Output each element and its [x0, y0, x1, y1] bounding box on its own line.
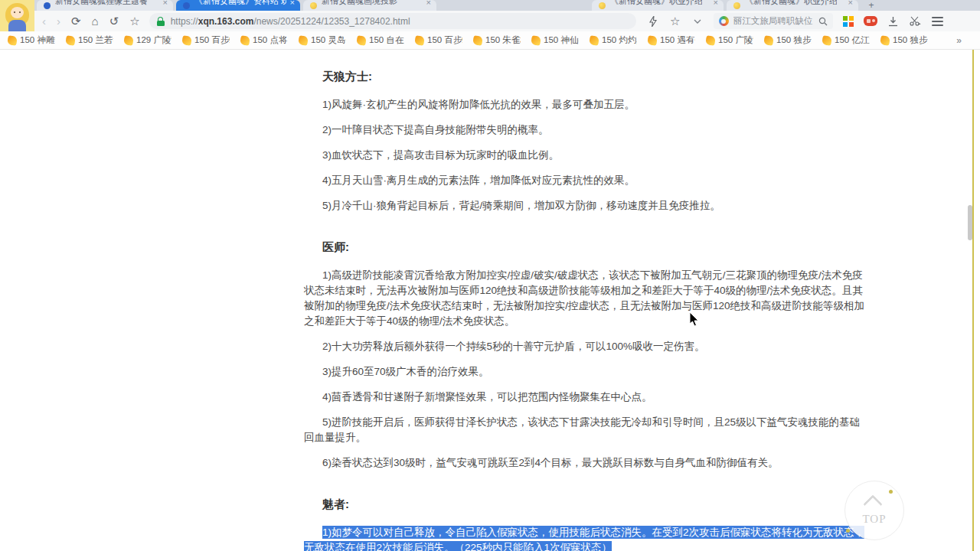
new-tab-button[interactable]: +	[865, 0, 877, 11]
ssl-lock-icon[interactable]	[157, 17, 165, 26]
bookmark-item[interactable]: 150 广陵散	[706, 34, 753, 46]
scrollbar-thumb[interactable]	[968, 205, 972, 240]
tab-close-icon[interactable]: ×	[290, 0, 295, 7]
tab-favicon	[183, 2, 190, 9]
flash-lightning-icon[interactable]	[647, 15, 659, 28]
decor-dot	[889, 490, 893, 494]
paragraph-selected: 1)如梦令可以对自己释放，令自己陷入假寐状态，使用技能后状态消失。在受到2次攻击…	[304, 525, 868, 551]
avatar-eye	[19, 11, 21, 13]
paragraph: 6)染香状态达到30级时，益气安魂可跳跃至2到4个目标，最大跳跃目标数与自身气血…	[304, 455, 868, 471]
bookmark-favicon-icon	[590, 35, 599, 46]
search-hotword[interactable]: 丽江文旅局聘职缺位	[733, 15, 814, 27]
bookmark-label: 150 独步天	[776, 34, 812, 46]
bookmark-item[interactable]: 150 灼灼其	[590, 34, 637, 46]
search-input[interactable]: 丽江文旅局聘职缺位	[714, 13, 833, 29]
url-host: xqn.163.com	[198, 16, 254, 27]
bookmark-favicon-icon	[415, 35, 425, 46]
bookmark-item[interactable]: 150 神仙眷	[531, 34, 579, 46]
bookmark-item[interactable]: 150 点将台	[240, 34, 288, 46]
forward-icon[interactable]: ›	[57, 15, 60, 27]
download-icon[interactable]	[887, 15, 900, 28]
bookmark-item[interactable]: 150 朱雀桥	[473, 34, 521, 46]
avatar-body	[8, 20, 26, 31]
bookmark-label: 150 独步天	[893, 34, 928, 46]
address-bar[interactable]: https://xqn.163.com/news/20251224/12353_…	[149, 13, 636, 29]
bookmark-label: 150 百步蛇	[194, 34, 230, 46]
paragraph: 1)高级进阶技能凌霄沉香给敌方附加控实/控虚/破实/破虚状态，该状态下被附加五气…	[304, 268, 868, 329]
tab-close-icon[interactable]: ×	[714, 0, 718, 7]
profile-avatar[interactable]	[0, 0, 34, 31]
tab-title: 《新倩女幽魂》职业介绍	[610, 0, 702, 7]
browser-tab-1[interactable]: 新倩女幽魂狐狸缘主题餐厅开业时间 ×	[37, 0, 173, 11]
bookmark-item[interactable]: 150 自在天	[357, 34, 404, 46]
paragraph: 4)五月天山雪·离月生成的元素法阵，增加降低对应元素抗性的效果。	[304, 173, 868, 188]
tab-close-icon[interactable]: ×	[426, 0, 431, 7]
browser-tab-4[interactable]: 《新倩女幽魂》职业介绍 ×	[592, 0, 724, 11]
url-scheme: https://	[171, 16, 198, 27]
bookmark-label: 150 灵岛仙	[311, 34, 346, 46]
mouse-cursor	[689, 312, 700, 328]
bookmark-favicon-icon	[240, 35, 250, 46]
url-path: /news/20251224/12353_1278402.html	[253, 16, 410, 27]
tab-close-icon[interactable]: ×	[848, 0, 853, 7]
game-center-icon[interactable]	[864, 16, 877, 26]
bookmark-label: 150 神雕侠	[20, 34, 55, 46]
bookmarks-bar: 150 神雕侠 150 兰若寺 129 广陵散 150 百步蛇 150 点将台 …	[0, 31, 980, 50]
menu-hamburger-icon[interactable]	[932, 17, 943, 26]
tab-title: 《新倩女幽魂》资料站 欢迎莅临	[194, 0, 286, 7]
bookmark-item[interactable]: 150 亿江湖	[822, 34, 870, 46]
bookmark-label: 150 遇有仙	[660, 34, 695, 46]
bookmark-favicon-icon	[299, 35, 309, 46]
search-icon[interactable]	[818, 17, 828, 26]
section-heading-tianlang: 天狼方士:	[304, 70, 868, 84]
bookmark-label: 150 自在天	[369, 34, 404, 46]
bookmark-star-icon[interactable]: ☆	[129, 15, 139, 27]
avatar-face	[11, 7, 24, 18]
bookmark-item[interactable]: 150 兰若寺	[66, 34, 113, 46]
bookmark-item[interactable]: 150 灵岛仙	[299, 34, 346, 46]
bookmark-favicon-icon	[66, 35, 76, 46]
home-icon[interactable]: ⌂	[92, 15, 99, 27]
bookmark-item[interactable]: 150 独步天	[764, 34, 812, 46]
bookmark-item[interactable]: 129 广陵散	[124, 34, 172, 46]
bookmark-label: 150 百步蛇	[427, 34, 462, 46]
browser-tab-3[interactable]: 新倩女幽魂画境投影 ×	[303, 0, 436, 11]
apps-grid-icon[interactable]	[843, 16, 854, 27]
chevron-down-icon[interactable]	[691, 15, 704, 28]
bookmark-favicon-icon	[648, 35, 658, 46]
bookmark-item[interactable]: 150 独步天	[880, 34, 928, 46]
bookmark-item[interactable]: 150 神雕侠	[8, 34, 55, 46]
paragraph: 3)提升60至70级广木香的治疗效果。	[304, 364, 868, 380]
url-text[interactable]: https://xqn.163.com/news/20251224/12353_…	[171, 16, 410, 27]
tab-favicon	[44, 2, 51, 9]
bookmark-favicon-icon	[706, 35, 716, 46]
bookmark-favicon-icon	[357, 35, 367, 46]
tab-favicon	[733, 2, 740, 9]
text-selection-highlight: 1)如梦令可以对自己释放，令自己陷入假寐状态，使用技能后状态消失。在受到2次攻击…	[304, 526, 864, 551]
back-to-top-button[interactable]: TOP	[844, 481, 904, 540]
bookmark-label: 150 朱雀桥	[485, 34, 521, 46]
history-icon[interactable]: ↺	[109, 15, 119, 27]
bookmark-favicon-icon	[531, 35, 541, 46]
paragraph: 2)一叶障目状态下提高自身技能附带失明的概率。	[304, 122, 868, 138]
favorite-star-icon[interactable]: ☆	[669, 15, 681, 28]
bookmark-item[interactable]: 150 百步蛇	[415, 34, 462, 46]
paragraph: 2)十大功劳释放后额外获得一个持续5秒的十善守元护盾，可以100%吸收一定伤害。	[304, 339, 868, 354]
bookmarks-overflow-chevron[interactable]: »	[956, 35, 972, 46]
refresh-icon[interactable]: ⟳	[71, 15, 81, 27]
tab-favicon	[310, 2, 317, 9]
bookmark-label: 129 广陵散	[136, 34, 172, 46]
paragraph: 5)月冷千山·狼角背起目标后，背起/骑乘期间，增加双方防御，移动速度并且免疫推拉…	[304, 198, 868, 214]
tab-close-icon[interactable]: ×	[163, 0, 168, 7]
browser-tab-2-active[interactable]: 《新倩女幽魂》资料站 欢迎莅临 ×	[176, 0, 300, 11]
bookmark-item[interactable]: 150 百步蛇	[182, 34, 230, 46]
browser-tab-5[interactable]: 《新倩女幽魂》职业介绍 ×	[727, 0, 858, 11]
bookmark-label: 150 兰若寺	[78, 34, 113, 46]
bookmark-item[interactable]: 150 遇有仙	[648, 34, 695, 46]
back-icon[interactable]: ‹	[42, 15, 46, 27]
tab-favicon	[599, 2, 606, 9]
screenshot-scissors-icon[interactable]	[910, 15, 922, 28]
tab-title: 新倩女幽魂画境投影	[322, 0, 397, 7]
section-heading-meizhe: 魅者:	[304, 497, 868, 512]
browser-tab-strip: 新倩女幽魂狐狸缘主题餐厅开业时间 × 《新倩女幽魂》资料站 欢迎莅临 × 新倩女…	[0, 0, 980, 11]
